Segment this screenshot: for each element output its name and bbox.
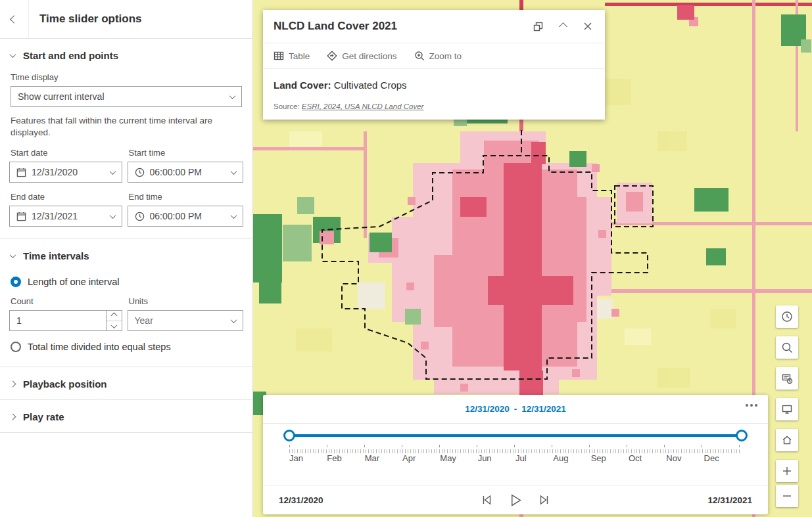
time-slider-options-panel: Time slider options Start and end points… — [0, 0, 253, 517]
chevron-down-icon — [110, 322, 117, 328]
chevron-left-icon — [10, 15, 18, 24]
time-display-value: Show current interval — [18, 91, 225, 102]
chevron-down-icon — [109, 212, 116, 219]
end-date-input[interactable]: 12/31/2021 — [9, 206, 122, 227]
interval-description: Features that fall within the current ti… — [0, 107, 252, 141]
end-time-label: End time — [128, 191, 244, 206]
month-label: Jan — [289, 453, 327, 463]
back-button[interactable] — [0, 0, 29, 39]
table-action-label: Table — [289, 51, 310, 61]
chevron-right-icon — [10, 381, 16, 388]
chevron-down-icon — [229, 93, 236, 99]
chevron-right-icon — [10, 414, 16, 420]
count-stepper[interactable] — [106, 311, 122, 330]
panel-title: Time slider options — [29, 12, 142, 26]
tick-ruler — [289, 447, 742, 453]
chevron-down-icon — [109, 168, 116, 175]
calendar-icon — [16, 168, 26, 177]
clock-icon — [781, 311, 793, 323]
units-value: Year — [135, 315, 227, 326]
map-view[interactable]: NLCD Land Cover 2021 Table Get direction… — [253, 0, 812, 517]
units-select[interactable]: Year — [128, 310, 244, 331]
total-time-option[interactable]: Total time divided into equal steps — [0, 336, 252, 357]
land-cover-label: Land Cover: — [274, 79, 331, 91]
range-separator: - — [514, 404, 517, 414]
current-end-date: 12/31/2021 — [707, 495, 752, 505]
chevron-up-icon — [559, 22, 567, 31]
time-display-select[interactable]: Show current interval — [11, 86, 242, 107]
units-label: Units — [128, 295, 244, 310]
dock-icon — [533, 21, 544, 32]
source-link[interactable]: ESRI, 2024, USA NLCD Land Cover — [302, 102, 424, 110]
radio-selected-icon — [11, 277, 21, 287]
table-icon — [274, 51, 284, 61]
chevron-down-icon — [231, 317, 237, 323]
screen-tool-button[interactable] — [776, 398, 798, 420]
section-play-rate[interactable]: Play rate — [0, 400, 252, 432]
count-label: Count — [9, 295, 122, 310]
month-label: Mar — [365, 453, 402, 463]
popup-title: NLCD Land Cover 2021 — [274, 20, 519, 33]
dock-button[interactable] — [531, 20, 544, 33]
ellipsis-icon — [746, 404, 748, 407]
month-label: Sep — [591, 453, 629, 463]
collapse-button[interactable] — [556, 20, 569, 33]
slider-options-button[interactable] — [746, 404, 757, 407]
time-slider-tool-button[interactable] — [776, 305, 798, 328]
layer-list-tool-button[interactable] — [776, 367, 798, 390]
play-button[interactable] — [508, 493, 523, 508]
land-cover-value: Cultivated Crops — [334, 79, 407, 91]
chevron-down-icon — [231, 212, 237, 219]
chevron-up-icon — [110, 313, 117, 319]
chevron-down-icon — [231, 168, 237, 175]
month-label: Feb — [327, 453, 364, 463]
month-label: Dec — [704, 453, 742, 463]
end-time-input[interactable]: 06:00:00 PM — [128, 206, 244, 227]
section-playback-position[interactable]: Playback position — [0, 367, 252, 399]
clock-icon — [135, 168, 145, 177]
start-time-input[interactable]: 06:00:00 PM — [128, 162, 244, 183]
get-directions-action[interactable]: Get directions — [327, 51, 396, 61]
home-button[interactable] — [776, 429, 798, 451]
start-date-label: Start date — [9, 146, 122, 162]
radio-unselected-icon — [11, 342, 21, 352]
month-label: Aug — [553, 453, 590, 463]
zoom-in-button[interactable] — [776, 460, 798, 482]
chevron-down-icon — [10, 252, 16, 259]
start-date-input[interactable]: 12/31/2020 — [9, 162, 122, 183]
section-time-intervals[interactable]: Time intervals — [0, 239, 252, 271]
zoom-to-action[interactable]: Zoom to — [414, 51, 462, 61]
radio-label: Length of one interval — [28, 277, 119, 287]
time-display-label: Time display — [0, 71, 252, 86]
section-title: Play rate — [23, 411, 64, 422]
calendar-icon — [16, 212, 26, 221]
end-date-label: End date — [9, 191, 122, 206]
count-input[interactable]: 1 — [9, 310, 122, 331]
length-of-interval-option[interactable]: Length of one interval — [0, 271, 252, 292]
step-forward-button[interactable] — [538, 493, 551, 506]
step-back-button[interactable] — [481, 493, 494, 506]
end-date-value: 12/31/2021 — [32, 211, 105, 221]
layer-list-icon — [781, 372, 793, 384]
table-action[interactable]: Table — [274, 51, 310, 61]
slider-track[interactable] — [289, 434, 742, 437]
ellipsis-icon — [755, 404, 757, 407]
feature-popup: NLCD Land Cover 2021 Table Get direction… — [263, 10, 605, 120]
start-time-label: Start time — [128, 146, 244, 162]
close-button[interactable] — [581, 20, 594, 33]
search-icon — [781, 342, 793, 353]
range-end-date: 12/31/2021 — [521, 404, 566, 414]
slider-end-handle[interactable] — [736, 430, 748, 441]
slider-start-handle[interactable] — [283, 430, 295, 441]
panel-header: Time slider options — [0, 0, 252, 39]
zoom-to-icon — [414, 51, 425, 61]
home-icon — [781, 434, 793, 446]
search-tool-button[interactable] — [776, 336, 798, 359]
close-icon — [583, 22, 592, 31]
minus-icon — [782, 491, 792, 501]
month-label: Jun — [478, 453, 515, 463]
zoom-out-button[interactable] — [776, 485, 798, 507]
section-start-end-points[interactable]: Start and end points — [0, 39, 252, 71]
chevron-down-icon — [10, 51, 16, 58]
month-label: Apr — [402, 453, 440, 463]
